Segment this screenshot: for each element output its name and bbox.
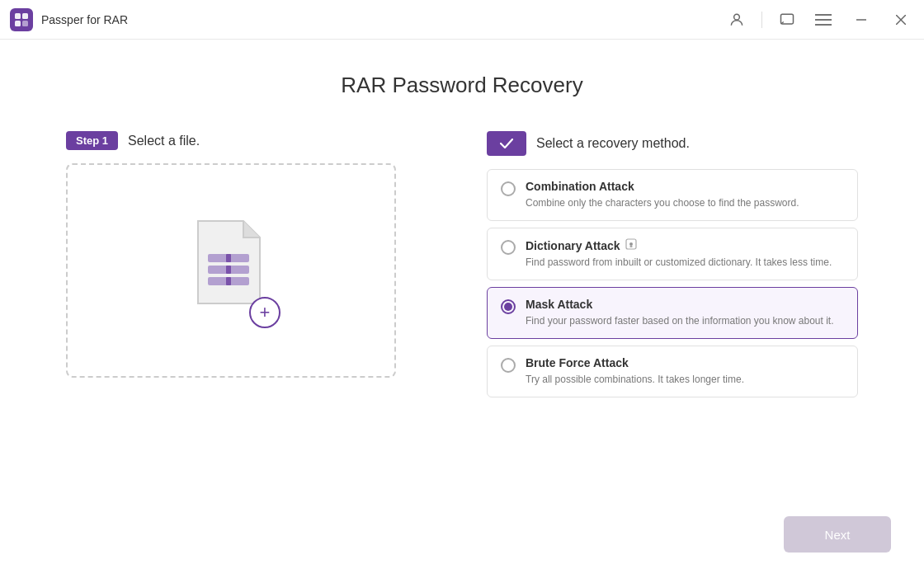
svg-rect-15 xyxy=(226,254,231,262)
step1-header: Step 1 Select a file. xyxy=(66,131,437,150)
radio-mask-inner xyxy=(504,303,512,311)
svg-rect-0 xyxy=(15,13,21,19)
method-bruteforce-name: Brute Force Attack xyxy=(526,356,744,369)
file-drop-area[interactable]: + xyxy=(66,163,396,378)
next-button[interactable]: Next xyxy=(784,516,891,553)
user-button[interactable] xyxy=(725,8,748,31)
method-mask[interactable]: Mask Attack Find your password faster ba… xyxy=(487,287,858,339)
check-badge xyxy=(487,131,526,156)
radio-dictionary[interactable] xyxy=(501,240,516,255)
minimize-button[interactable] xyxy=(848,8,874,31)
sections: Step 1 Select a file. xyxy=(66,131,858,482)
step1-badge: Step 1 xyxy=(66,131,118,150)
svg-rect-3 xyxy=(22,21,28,26)
step2-label: Select a recovery method. xyxy=(536,136,690,151)
method-bruteforce-text: Brute Force Attack Try all possible comb… xyxy=(526,356,744,387)
method-bruteforce-desc: Try all possible combinations. It takes … xyxy=(526,372,744,387)
method-list: Combination Attack Combine only the char… xyxy=(487,169,858,397)
svg-rect-17 xyxy=(226,277,231,285)
left-section: Step 1 Select a file. xyxy=(66,131,437,482)
titlebar-left: Passper for RAR xyxy=(10,8,128,31)
method-dictionary[interactable]: Dictionary Attack Find password fro xyxy=(487,228,858,280)
add-file-icon[interactable]: + xyxy=(249,297,280,328)
titlebar: Passper for RAR xyxy=(0,0,924,40)
app-icon xyxy=(10,8,33,31)
dictionary-info-icon xyxy=(625,238,637,252)
chat-button[interactable] xyxy=(776,8,799,31)
method-dictionary-name: Dictionary Attack xyxy=(526,238,832,252)
method-combination-name: Combination Attack xyxy=(526,180,799,193)
svg-point-4 xyxy=(734,14,740,20)
app-title: Passper for RAR xyxy=(41,13,128,26)
titlebar-divider xyxy=(761,12,762,28)
step2-header: Select a recovery method. xyxy=(487,131,858,156)
method-bruteforce[interactable]: Brute Force Attack Try all possible comb… xyxy=(487,346,858,397)
method-combination[interactable]: Combination Attack Combine only the char… xyxy=(487,169,858,221)
radio-bruteforce[interactable] xyxy=(501,358,516,373)
bottom-bar: Next xyxy=(0,506,924,569)
svg-rect-1 xyxy=(22,13,28,19)
menu-button[interactable] xyxy=(812,8,835,31)
titlebar-right xyxy=(725,8,914,31)
method-combination-text: Combination Attack Combine only the char… xyxy=(526,180,799,210)
radio-combination[interactable] xyxy=(501,181,516,196)
svg-rect-16 xyxy=(226,266,231,274)
radio-mask[interactable] xyxy=(501,299,516,314)
close-button[interactable] xyxy=(888,8,914,31)
rar-icon-container: + xyxy=(182,213,280,328)
main-content: RAR Password Recovery Step 1 Select a fi… xyxy=(0,40,924,506)
page-title: RAR Password Recovery xyxy=(66,73,858,98)
method-combination-desc: Combine only the characters you choose t… xyxy=(526,195,799,210)
method-mask-desc: Find your password faster based on the i… xyxy=(526,313,834,328)
method-mask-text: Mask Attack Find your password faster ba… xyxy=(526,298,834,328)
method-dictionary-text: Dictionary Attack Find password fro xyxy=(526,238,832,270)
step1-label: Select a file. xyxy=(128,134,200,148)
svg-rect-2 xyxy=(15,21,21,26)
right-section: Select a recovery method. Combination At… xyxy=(487,131,858,482)
method-dictionary-desc: Find password from inbuilt or customized… xyxy=(526,255,832,270)
method-mask-name: Mask Attack xyxy=(526,298,834,311)
